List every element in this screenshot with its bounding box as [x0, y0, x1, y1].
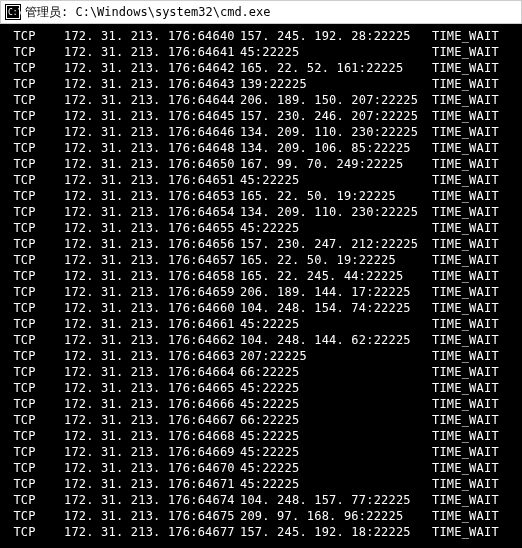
state-cell: TIME_WAIT	[432, 172, 516, 188]
local-addr-cell: 172. 31. 213. 176:64641	[64, 44, 240, 60]
state-cell: TIME_WAIT	[432, 140, 516, 156]
proto-cell: TCP	[6, 236, 64, 252]
remote-addr-cell: 45:22225	[240, 172, 432, 188]
netstat-row: TCP172. 31. 213. 176:6467045:22225TIME_W…	[6, 460, 516, 476]
netstat-row: TCP172. 31. 213. 176:64662104. 248. 144.…	[6, 332, 516, 348]
state-cell: TIME_WAIT	[432, 284, 516, 300]
remote-addr-cell: 157. 230. 246. 207:22225	[240, 108, 432, 124]
proto-cell: TCP	[6, 316, 64, 332]
state-cell: TIME_WAIT	[432, 44, 516, 60]
netstat-row: TCP172. 31. 213. 176:6466545:22225TIME_W…	[6, 380, 516, 396]
remote-addr-cell: 104. 248. 154. 74:22225	[240, 300, 432, 316]
local-addr-cell: 172. 31. 213. 176:64656	[64, 236, 240, 252]
state-cell: TIME_WAIT	[432, 396, 516, 412]
proto-cell: TCP	[6, 476, 64, 492]
netstat-row: TCP172. 31. 213. 176:64677157. 245. 192.…	[6, 524, 516, 540]
proto-cell: TCP	[6, 348, 64, 364]
state-cell: TIME_WAIT	[432, 412, 516, 428]
state-cell: TIME_WAIT	[432, 508, 516, 524]
remote-addr-cell: 134. 209. 110. 230:22225	[240, 124, 432, 140]
netstat-row: TCP172. 31. 213. 176:6466645:22225TIME_W…	[6, 396, 516, 412]
netstat-row: TCP172. 31. 213. 176:64653165. 22. 50. 1…	[6, 188, 516, 204]
netstat-row: TCP172. 31. 213. 176:64674104. 248. 157.…	[6, 492, 516, 508]
remote-addr-cell: 45:22225	[240, 380, 432, 396]
proto-cell: TCP	[6, 508, 64, 524]
proto-cell: TCP	[6, 268, 64, 284]
proto-cell: TCP	[6, 188, 64, 204]
local-addr-cell: 172. 31. 213. 176:64640	[64, 28, 240, 44]
local-addr-cell: 172. 31. 213. 176:64661	[64, 316, 240, 332]
state-cell: TIME_WAIT	[432, 492, 516, 508]
proto-cell: TCP	[6, 412, 64, 428]
local-addr-cell: 172. 31. 213. 176:64671	[64, 476, 240, 492]
remote-addr-cell: 207:22225	[240, 348, 432, 364]
proto-cell: TCP	[6, 364, 64, 380]
proto-cell: TCP	[6, 332, 64, 348]
state-cell: TIME_WAIT	[432, 28, 516, 44]
remote-addr-cell: 206. 189. 144. 17:22225	[240, 284, 432, 300]
netstat-row: TCP172. 31. 213. 176:64659206. 189. 144.…	[6, 284, 516, 300]
local-addr-cell: 172. 31. 213. 176:64643	[64, 76, 240, 92]
netstat-row: TCP172. 31. 213. 176:6466945:22225TIME_W…	[6, 444, 516, 460]
titlebar[interactable]: C:\ 管理员: C:\Windows\system32\cmd.exe	[0, 0, 522, 24]
local-addr-cell: 172. 31. 213. 176:64645	[64, 108, 240, 124]
remote-addr-cell: 104. 248. 144. 62:22225	[240, 332, 432, 348]
local-addr-cell: 172. 31. 213. 176:64650	[64, 156, 240, 172]
local-addr-cell: 172. 31. 213. 176:64651	[64, 172, 240, 188]
remote-addr-cell: 45:22225	[240, 396, 432, 412]
local-addr-cell: 172. 31. 213. 176:64668	[64, 428, 240, 444]
local-addr-cell: 172. 31. 213. 176:64665	[64, 380, 240, 396]
local-addr-cell: 172. 31. 213. 176:64664	[64, 364, 240, 380]
remote-addr-cell: 165. 22. 245. 44:22225	[240, 268, 432, 284]
netstat-row: TCP172. 31. 213. 176:6465545:22225TIME_W…	[6, 220, 516, 236]
proto-cell: TCP	[6, 380, 64, 396]
remote-addr-cell: 139:22225	[240, 76, 432, 92]
remote-addr-cell: 45:22225	[240, 444, 432, 460]
local-addr-cell: 172. 31. 213. 176:64662	[64, 332, 240, 348]
state-cell: TIME_WAIT	[432, 108, 516, 124]
remote-addr-cell: 165. 22. 52. 161:22225	[240, 60, 432, 76]
local-addr-cell: 172. 31. 213. 176:64660	[64, 300, 240, 316]
remote-addr-cell: 45:22225	[240, 44, 432, 60]
remote-addr-cell: 157. 245. 192. 18:22225	[240, 524, 432, 540]
terminal-output[interactable]: TCP172. 31. 213. 176:64640157. 245. 192.…	[0, 24, 522, 548]
proto-cell: TCP	[6, 44, 64, 60]
state-cell: TIME_WAIT	[432, 364, 516, 380]
local-addr-cell: 172. 31. 213. 176:64648	[64, 140, 240, 156]
remote-addr-cell: 104. 248. 157. 77:22225	[240, 492, 432, 508]
netstat-row: TCP172. 31. 213. 176:64648134. 209. 106.…	[6, 140, 516, 156]
netstat-row: TCP172. 31. 213. 176:6466466:22225TIME_W…	[6, 364, 516, 380]
cmd-icon: C:\	[5, 4, 21, 20]
state-cell: TIME_WAIT	[432, 460, 516, 476]
remote-addr-cell: 66:22225	[240, 364, 432, 380]
netstat-row: TCP172. 31. 213. 176:64658165. 22. 245. …	[6, 268, 516, 284]
remote-addr-cell: 165. 22. 50. 19:22225	[240, 188, 432, 204]
netstat-row: TCP172. 31. 213. 176:6466766:22225TIME_W…	[6, 412, 516, 428]
netstat-row: TCP172. 31. 213. 176:64644206. 189. 150.…	[6, 92, 516, 108]
state-cell: TIME_WAIT	[432, 524, 516, 540]
remote-addr-cell: 45:22225	[240, 220, 432, 236]
netstat-row: TCP172. 31. 213. 176:64650167. 99. 70. 2…	[6, 156, 516, 172]
local-addr-cell: 172. 31. 213. 176:64670	[64, 460, 240, 476]
proto-cell: TCP	[6, 140, 64, 156]
remote-addr-cell: 134. 209. 110. 230:22225	[240, 204, 432, 220]
proto-cell: TCP	[6, 252, 64, 268]
state-cell: TIME_WAIT	[432, 332, 516, 348]
remote-addr-cell: 45:22225	[240, 428, 432, 444]
remote-addr-cell: 206. 189. 150. 207:22225	[240, 92, 432, 108]
state-cell: TIME_WAIT	[432, 252, 516, 268]
local-addr-cell: 172. 31. 213. 176:64674	[64, 492, 240, 508]
remote-addr-cell: 45:22225	[240, 476, 432, 492]
netstat-row: TCP172. 31. 213. 176:64657165. 22. 50. 1…	[6, 252, 516, 268]
remote-addr-cell: 157. 245. 192. 28:22225	[240, 28, 432, 44]
local-addr-cell: 172. 31. 213. 176:64657	[64, 252, 240, 268]
netstat-row: TCP172. 31. 213. 176:64654134. 209. 110.…	[6, 204, 516, 220]
proto-cell: TCP	[6, 444, 64, 460]
netstat-row: TCP172. 31. 213. 176:64643139:22225TIME_…	[6, 76, 516, 92]
remote-addr-cell: 167. 99. 70. 249:22225	[240, 156, 432, 172]
local-addr-cell: 172. 31. 213. 176:64644	[64, 92, 240, 108]
remote-addr-cell: 45:22225	[240, 316, 432, 332]
netstat-row: TCP172. 31. 213. 176:64675209. 97. 168. …	[6, 508, 516, 524]
netstat-row: TCP172. 31. 213. 176:64642165. 22. 52. 1…	[6, 60, 516, 76]
remote-addr-cell: 66:22225	[240, 412, 432, 428]
